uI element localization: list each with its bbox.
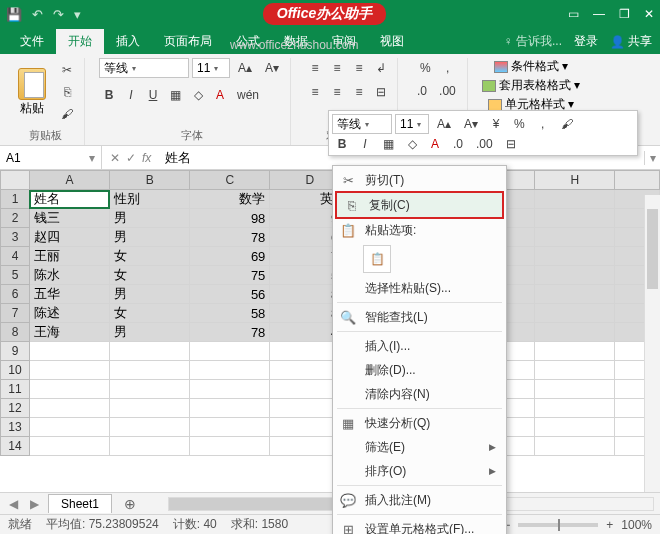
align-right-button[interactable]: ≡ <box>349 82 369 102</box>
ctx-quick-analysis[interactable]: ▦快速分析(Q) <box>333 411 506 435</box>
mini-fill[interactable]: ◇ <box>402 134 422 154</box>
ctx-insert-comment[interactable]: 💬插入批注(M) <box>333 488 506 512</box>
mini-font-select[interactable]: 等线▾ <box>332 114 392 134</box>
ctx-delete[interactable]: 删除(D)... <box>333 358 506 382</box>
col-header[interactable]: A <box>29 171 109 190</box>
underline-button[interactable]: U <box>143 85 163 105</box>
mini-shrink-font[interactable]: A▾ <box>459 114 483 134</box>
paste-default-button[interactable]: 📋 <box>363 245 391 273</box>
decrease-decimal-button[interactable]: .00 <box>434 81 461 101</box>
group-clipboard: 粘贴 ✂ ⎘ 🖌 剪贴板 <box>6 58 85 145</box>
cancel-formula-icon[interactable]: ✕ <box>110 151 120 165</box>
enter-formula-icon[interactable]: ✓ <box>126 151 136 165</box>
shrink-font-button[interactable]: A▾ <box>260 58 284 78</box>
login-link[interactable]: 登录 <box>566 29 606 54</box>
align-bottom-button[interactable]: ≡ <box>349 58 369 78</box>
qat-more-icon[interactable]: ▾ <box>74 7 81 22</box>
col-header[interactable]: H <box>535 171 615 190</box>
align-middle-button[interactable]: ≡ <box>327 58 347 78</box>
spreadsheet-grid[interactable]: A B C D F G H 1姓名性别数学英语语2钱三男98983赵四男7865… <box>0 170 660 470</box>
align-top-button[interactable]: ≡ <box>305 58 325 78</box>
cut-button[interactable]: ✂ <box>56 60 78 80</box>
copy-button[interactable]: ⎘ <box>56 82 78 102</box>
phonetic-button[interactable]: wén <box>232 85 264 105</box>
tab-nav-prev[interactable]: ◀ <box>6 497 21 511</box>
minimize-icon[interactable]: — <box>593 7 605 21</box>
add-sheet-button[interactable]: ⊕ <box>118 496 142 512</box>
zoom-level[interactable]: 100% <box>621 518 652 532</box>
format-painter-button[interactable]: 🖌 <box>56 104 78 124</box>
ctx-paste-special[interactable]: 选择性粘贴(S)... <box>333 276 506 300</box>
align-center-button[interactable]: ≡ <box>327 82 347 102</box>
mini-italic[interactable]: I <box>355 134 375 154</box>
col-header[interactable]: C <box>190 171 270 190</box>
font-size-select[interactable]: 11▾ <box>192 58 230 78</box>
save-icon[interactable]: 💾 <box>6 7 22 22</box>
conditional-format-button[interactable]: 条件格式 ▾ <box>494 58 568 75</box>
align-left-button[interactable]: ≡ <box>305 82 325 102</box>
tab-home[interactable]: 开始 <box>56 29 104 54</box>
ribbon-options-icon[interactable]: ▭ <box>568 7 579 21</box>
comma-button[interactable]: , <box>438 58 458 78</box>
format-icon: ⊞ <box>339 522 357 535</box>
grow-font-button[interactable]: A▴ <box>233 58 257 78</box>
mini-font-color[interactable]: A <box>425 134 445 154</box>
mini-bold[interactable]: B <box>332 134 352 154</box>
italic-button[interactable]: I <box>121 85 141 105</box>
status-count: 计数: 40 <box>173 516 217 533</box>
font-color-button[interactable]: A <box>210 85 230 105</box>
mini-comma[interactable]: , <box>533 114 553 134</box>
status-sum: 求和: 1580 <box>231 516 288 533</box>
mini-merge[interactable]: ⊟ <box>501 134 521 154</box>
search-icon: 🔍 <box>339 310 357 325</box>
tab-file[interactable]: 文件 <box>8 29 56 54</box>
tab-layout[interactable]: 页面布局 <box>152 29 224 54</box>
font-name-select[interactable]: 等线▾ <box>99 58 189 78</box>
mini-grow-font[interactable]: A▴ <box>432 114 456 134</box>
undo-icon[interactable]: ↶ <box>32 7 43 22</box>
vertical-scrollbar[interactable] <box>644 195 660 492</box>
tab-view[interactable]: 视图 <box>368 29 416 54</box>
expand-formula-icon[interactable]: ▾ <box>644 151 660 165</box>
ctx-copy[interactable]: ⎘复制(C) <box>337 193 502 217</box>
border-button[interactable]: ▦ <box>165 85 186 105</box>
paste-icon <box>18 68 46 100</box>
tell-me[interactable]: ♀ 告诉我... <box>504 33 562 50</box>
mini-inc-decimal[interactable]: .0 <box>448 134 468 154</box>
tab-insert[interactable]: 插入 <box>104 29 152 54</box>
bold-button[interactable]: B <box>99 85 119 105</box>
ctx-sort[interactable]: 排序(O)▶ <box>333 459 506 483</box>
mini-painter[interactable]: 🖌 <box>556 114 578 134</box>
paste-button[interactable]: 粘贴 <box>12 66 52 119</box>
table-format-button[interactable]: 套用表格格式 ▾ <box>482 77 580 94</box>
ctx-insert[interactable]: 插入(I)... <box>333 334 506 358</box>
mini-border[interactable]: ▦ <box>378 134 399 154</box>
ctx-format-cells[interactable]: ⊞设置单元格格式(F)... <box>333 517 506 534</box>
mini-dec-decimal[interactable]: .00 <box>471 134 498 154</box>
percent-button[interactable]: % <box>415 58 436 78</box>
status-average: 平均值: 75.23809524 <box>46 516 159 533</box>
redo-icon[interactable]: ↷ <box>53 7 64 22</box>
ctx-smart-lookup[interactable]: 🔍智能查找(L) <box>333 305 506 329</box>
wrap-text-button[interactable]: ↲ <box>371 58 391 78</box>
ctx-clear[interactable]: 清除内容(N) <box>333 382 506 406</box>
increase-decimal-button[interactable]: .0 <box>412 81 432 101</box>
merge-button[interactable]: ⊟ <box>371 82 391 102</box>
sheet-tab[interactable]: Sheet1 <box>48 494 112 513</box>
share-button[interactable]: 👤 共享 <box>610 33 652 50</box>
mini-currency[interactable]: ¥ <box>486 114 506 134</box>
mini-percent[interactable]: % <box>509 114 530 134</box>
ctx-cut[interactable]: ✂剪切(T) <box>333 168 506 192</box>
fill-color-button[interactable]: ◇ <box>188 85 208 105</box>
fx-icon[interactable]: fx <box>142 151 151 165</box>
restore-icon[interactable]: ❐ <box>619 7 630 21</box>
tab-nav-next[interactable]: ▶ <box>27 497 42 511</box>
name-box[interactable]: A1▾ <box>0 146 102 169</box>
zoom-in-button[interactable]: + <box>606 518 613 532</box>
col-header[interactable]: B <box>110 171 190 190</box>
close-icon[interactable]: ✕ <box>644 7 654 21</box>
mini-size-select[interactable]: 11▾ <box>395 114 429 134</box>
select-all-corner[interactable] <box>1 171 30 190</box>
zoom-slider[interactable] <box>518 523 598 527</box>
ctx-filter[interactable]: 筛选(E)▶ <box>333 435 506 459</box>
